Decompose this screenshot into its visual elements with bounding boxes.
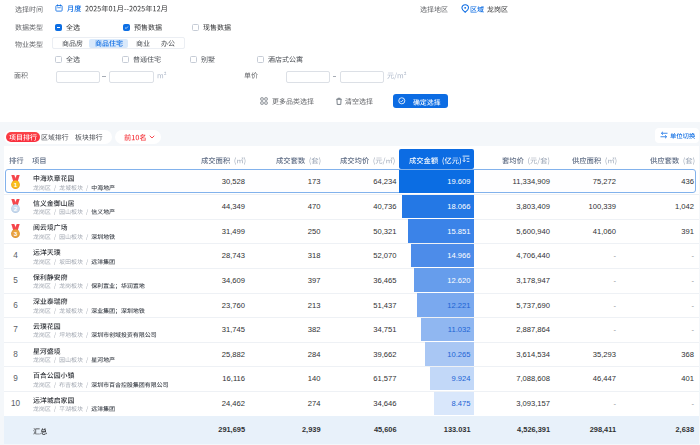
svg-text:2: 2 — [14, 205, 18, 212]
svg-text:3: 3 — [14, 229, 18, 236]
svg-text:1: 1 — [14, 180, 18, 187]
